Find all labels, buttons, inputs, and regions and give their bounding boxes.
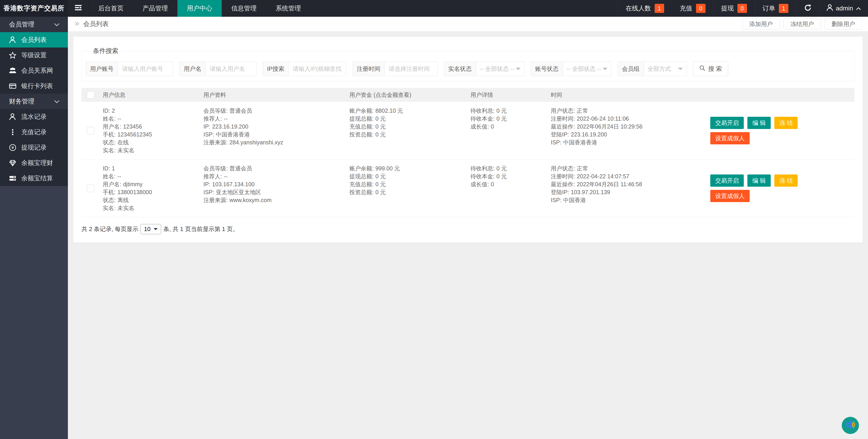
collapse-sidebar-button[interactable]: [68, 0, 89, 17]
account-input[interactable]: [118, 62, 173, 76]
menu-item-products[interactable]: 产品管理: [133, 0, 177, 17]
recharge-total[interactable]: 0 元: [375, 123, 386, 130]
user-status: 正常: [577, 107, 588, 114]
section-label: 会员管理: [9, 20, 34, 29]
select-caret-icon: [516, 68, 521, 73]
realname-status-select[interactable]: -- 全部状态 --: [476, 62, 525, 76]
order-count-badge: 1: [779, 4, 788, 13]
freeze-button[interactable]: 冻 结: [774, 175, 798, 187]
account-field-group: 用户账号: [86, 62, 173, 76]
member-level: 普通会员: [229, 107, 252, 114]
menu-item-system[interactable]: 系统管理: [266, 0, 310, 17]
sidebar-item-flow-records[interactable]: 流水记录: [0, 109, 68, 124]
per-page-select[interactable]: 10: [141, 224, 161, 234]
recharge-count-badge: 0: [696, 4, 706, 13]
admin-username: admin: [836, 5, 853, 12]
withdraw-count-item[interactable]: 提现 0: [713, 0, 755, 17]
sidebar-section-member-management[interactable]: 会员管理: [0, 17, 68, 32]
referrer: --: [224, 173, 228, 180]
sidebar-item-yuebao-settlement[interactable]: 余额宝结算: [0, 170, 68, 186]
refresh-button[interactable]: [796, 0, 819, 17]
menu-item-dashboard[interactable]: 后台首页: [89, 0, 133, 17]
gem-icon: [9, 159, 16, 166]
edit-button[interactable]: 编 辑: [747, 175, 771, 187]
user-detail-cell: 待收利息:0 元 待收本金:0 元 成长值:0: [467, 160, 548, 217]
user-info-cell: ID:2 姓名:-- 用户名:123456 手机:12345612345 状态:…: [99, 102, 200, 159]
select-all-checkbox[interactable]: [87, 91, 94, 99]
field-label: 成长值:: [470, 181, 489, 187]
row-checkbox[interactable]: [87, 185, 94, 192]
username-link[interactable]: 123456: [123, 123, 142, 130]
server-icon: [9, 175, 16, 182]
verify-status: 未实名: [118, 147, 134, 153]
invest-total[interactable]: 0 元: [375, 189, 386, 195]
member-level: 普通会员: [229, 165, 252, 171]
online-count-label: 在线人数: [626, 4, 651, 13]
sound-notification-button[interactable]: [842, 417, 859, 434]
invest-total[interactable]: 0 元: [375, 131, 386, 137]
pending-interest: 0 元: [496, 165, 507, 171]
hamburger-icon: [74, 4, 82, 13]
table-header-row: 用户信息 用户资料 用户资金 (点击金额查看) 用户详情 时间: [82, 88, 855, 102]
field-label: ISP:: [551, 139, 561, 146]
field-label: 登陆IP:: [551, 131, 569, 137]
field-label: 实名:: [103, 147, 116, 153]
field-label: 用户名:: [103, 181, 121, 187]
delete-user-button[interactable]: 删除用户: [825, 19, 862, 29]
row-checkbox[interactable]: [87, 127, 94, 134]
row-check-cell: [82, 102, 99, 159]
regtime-field-label: 注册时间: [352, 62, 384, 76]
menu-item-user-center[interactable]: 用户中心: [177, 0, 222, 17]
freeze-user-button[interactable]: 冻结用户: [783, 19, 821, 29]
set-fake-button[interactable]: 设置成假人: [710, 132, 750, 145]
online-count-item[interactable]: 在线人数 1: [618, 0, 672, 17]
sidebar-item-bank-cards[interactable]: 银行卡列表: [0, 78, 68, 94]
field-label: ISP:: [204, 189, 214, 195]
sidebar-section-finance-management[interactable]: 财务管理: [0, 94, 68, 109]
isp: 中国香港香港: [216, 131, 250, 137]
order-count-item[interactable]: 订单 1: [755, 0, 796, 17]
recharge-total[interactable]: 0 元: [375, 181, 386, 187]
sidebar-item-withdraw-records[interactable]: ¥ 提现记录: [0, 140, 68, 155]
ip-search-input[interactable]: [288, 62, 346, 76]
account-status-select[interactable]: -- 全部状态 --: [563, 62, 611, 76]
username-input[interactable]: [206, 62, 256, 76]
freeze-button[interactable]: 冻 结: [774, 117, 798, 129]
sidebar-item-label: 充值记录: [21, 128, 46, 136]
sidebar-item-level-settings[interactable]: 等级设置: [0, 48, 68, 63]
search-button[interactable]: 搜 索: [693, 62, 728, 76]
menu-item-information[interactable]: 信息管理: [222, 0, 266, 17]
admin-menu[interactable]: admin: [819, 0, 868, 17]
user-profile-cell: 会员等级:普通会员 推荐人:-- IP:223.16.19.200 ISP:中国…: [200, 102, 346, 159]
refresh-icon: [804, 4, 812, 13]
edit-button[interactable]: 编 辑: [747, 117, 771, 129]
online-status: 离线: [118, 197, 129, 203]
register-source: www.koxym.com: [229, 197, 272, 203]
username-link[interactable]: djtimmy: [123, 181, 143, 187]
ip-field-label: IP搜索: [263, 62, 288, 76]
trade-toggle-button[interactable]: 交易开启: [710, 117, 744, 129]
add-user-button[interactable]: 添加用户: [742, 19, 780, 29]
recharge-count-item[interactable]: 充值 0: [672, 0, 713, 17]
section-label: 财务管理: [9, 97, 34, 106]
sidebar-item-recharge-records[interactable]: 充值记录: [0, 124, 68, 140]
set-fake-button[interactable]: 设置成假人: [710, 190, 750, 202]
online-count-badge: 1: [655, 4, 664, 13]
withdraw-total[interactable]: 0 元: [375, 173, 386, 180]
sidebar-item-member-network[interactable]: 会员关系网: [0, 63, 68, 78]
account-balance[interactable]: 999.00 元: [375, 165, 400, 171]
account-field-label: 用户账号: [86, 62, 118, 76]
sidebar: 会员管理 会员列表 等级设置 会员关系网 银行卡列表: [0, 17, 68, 439]
sidebar-item-yuebao-finance[interactable]: 余额宝理财: [0, 155, 68, 170]
field-label: ISP:: [551, 197, 561, 203]
register-time-input[interactable]: [384, 62, 438, 76]
select-caret-icon: [154, 228, 158, 232]
member-group-select[interactable]: 全部方式: [644, 62, 687, 76]
sidebar-item-member-list[interactable]: 会员列表: [0, 32, 68, 48]
account-balance[interactable]: 8802.10 元: [375, 107, 403, 114]
trade-toggle-button[interactable]: 交易开启: [710, 175, 744, 187]
field-label: 状态:: [103, 139, 116, 146]
top-navbar: 香港数字资产交易所 后台首页 产品管理 用户中心 信息管理 系统管理 在线人数 …: [0, 0, 868, 17]
sidebar-item-label: 银行卡列表: [21, 82, 53, 90]
withdraw-total[interactable]: 0 元: [375, 116, 386, 122]
